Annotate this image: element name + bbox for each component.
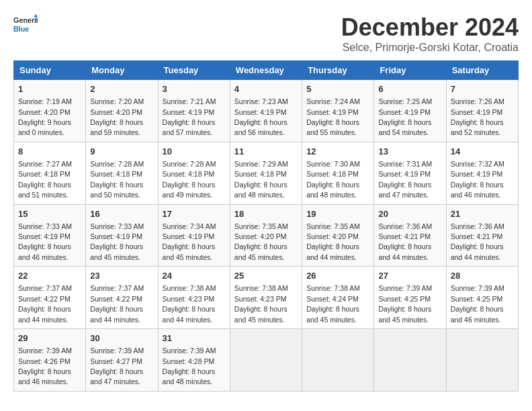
day-info: Sunrise: 7:38 AM Sunset: 4:23 PM Dayligh… <box>163 284 216 323</box>
day-info: Sunrise: 7:28 AM Sunset: 4:18 PM Dayligh… <box>163 160 216 199</box>
table-row: 28Sunrise: 7:39 AM Sunset: 4:25 PM Dayli… <box>446 267 518 329</box>
table-row: 2Sunrise: 7:20 AM Sunset: 4:20 PM Daylig… <box>86 80 158 142</box>
svg-marker-2 <box>34 14 38 17</box>
day-info: Sunrise: 7:34 AM Sunset: 4:19 PM Dayligh… <box>163 222 216 261</box>
svg-text:Blue: Blue <box>13 25 29 33</box>
day-info: Sunrise: 7:39 AM Sunset: 4:28 PM Dayligh… <box>163 347 216 385</box>
table-row <box>230 329 302 392</box>
table-row: 13Sunrise: 7:31 AM Sunset: 4:19 PM Dayli… <box>374 142 446 204</box>
table-row: 24Sunrise: 7:38 AM Sunset: 4:23 PM Dayli… <box>158 267 230 329</box>
logo: General Blue <box>13 13 38 38</box>
day-number: 19 <box>306 208 369 220</box>
day-info: Sunrise: 7:39 AM Sunset: 4:25 PM Dayligh… <box>451 284 504 323</box>
col-tuesday: Tuesday <box>158 61 230 80</box>
day-number: 8 <box>18 146 81 158</box>
table-row: 22Sunrise: 7:37 AM Sunset: 4:22 PM Dayli… <box>14 267 86 329</box>
title-block: December 2024 Selce, Primorje-Gorski Kot… <box>341 13 519 54</box>
col-sunday: Sunday <box>14 61 86 80</box>
day-number: 23 <box>90 270 153 282</box>
day-number: 25 <box>234 270 298 282</box>
col-saturday: Saturday <box>446 61 518 80</box>
day-number: 7 <box>451 83 514 95</box>
table-row: 21Sunrise: 7:36 AM Sunset: 4:21 PM Dayli… <box>446 204 518 267</box>
day-info: Sunrise: 7:30 AM Sunset: 4:18 PM Dayligh… <box>306 160 360 199</box>
day-number: 22 <box>18 270 81 282</box>
day-info: Sunrise: 7:33 AM Sunset: 4:19 PM Dayligh… <box>90 222 144 261</box>
day-info: Sunrise: 7:39 AM Sunset: 4:25 PM Dayligh… <box>378 284 432 323</box>
table-row: 27Sunrise: 7:39 AM Sunset: 4:25 PM Dayli… <box>374 267 446 329</box>
day-info: Sunrise: 7:36 AM Sunset: 4:21 PM Dayligh… <box>451 222 504 261</box>
day-number: 3 <box>163 83 226 95</box>
day-number: 12 <box>306 146 369 158</box>
day-info: Sunrise: 7:19 AM Sunset: 4:20 PM Dayligh… <box>18 97 72 136</box>
page-title: December 2024 <box>341 13 519 42</box>
day-number: 29 <box>18 332 81 345</box>
day-info: Sunrise: 7:35 AM Sunset: 4:20 PM Dayligh… <box>234 222 288 261</box>
day-info: Sunrise: 7:28 AM Sunset: 4:18 PM Dayligh… <box>90 160 144 199</box>
day-number: 18 <box>234 208 298 220</box>
day-number: 20 <box>378 208 441 220</box>
day-number: 31 <box>163 332 226 345</box>
day-info: Sunrise: 7:35 AM Sunset: 4:20 PM Dayligh… <box>306 222 360 261</box>
day-number: 26 <box>306 270 369 282</box>
table-row: 12Sunrise: 7:30 AM Sunset: 4:18 PM Dayli… <box>302 142 374 204</box>
day-number: 11 <box>234 146 298 158</box>
table-row: 7Sunrise: 7:26 AM Sunset: 4:19 PM Daylig… <box>446 80 518 142</box>
day-number: 6 <box>378 83 441 95</box>
day-info: Sunrise: 7:36 AM Sunset: 4:21 PM Dayligh… <box>378 222 432 261</box>
table-row: 30Sunrise: 7:39 AM Sunset: 4:27 PM Dayli… <box>86 329 158 392</box>
calendar-table: Sunday Monday Tuesday Wednesday Thursday… <box>13 60 519 392</box>
col-friday: Friday <box>374 61 446 80</box>
day-info: Sunrise: 7:37 AM Sunset: 4:22 PM Dayligh… <box>18 284 72 323</box>
logo-icon: General Blue <box>13 13 38 38</box>
day-number: 9 <box>90 146 153 158</box>
table-row: 11Sunrise: 7:29 AM Sunset: 4:18 PM Dayli… <box>230 142 302 204</box>
table-row: 9Sunrise: 7:28 AM Sunset: 4:18 PM Daylig… <box>86 142 158 204</box>
day-number: 2 <box>90 83 153 95</box>
day-number: 24 <box>163 270 226 282</box>
day-info: Sunrise: 7:39 AM Sunset: 4:27 PM Dayligh… <box>90 347 144 385</box>
day-number: 13 <box>378 146 441 158</box>
table-row: 4Sunrise: 7:23 AM Sunset: 4:19 PM Daylig… <box>230 80 302 142</box>
day-info: Sunrise: 7:38 AM Sunset: 4:24 PM Dayligh… <box>306 284 360 323</box>
calendar-week-row: 15Sunrise: 7:33 AM Sunset: 4:19 PM Dayli… <box>14 204 519 267</box>
calendar-week-row: 29Sunrise: 7:39 AM Sunset: 4:26 PM Dayli… <box>14 329 519 392</box>
day-number: 28 <box>451 270 514 282</box>
day-info: Sunrise: 7:38 AM Sunset: 4:23 PM Dayligh… <box>234 284 288 323</box>
day-info: Sunrise: 7:33 AM Sunset: 4:19 PM Dayligh… <box>18 222 72 261</box>
table-row: 19Sunrise: 7:35 AM Sunset: 4:20 PM Dayli… <box>302 204 374 267</box>
table-row: 20Sunrise: 7:36 AM Sunset: 4:21 PM Dayli… <box>374 204 446 267</box>
table-row: 3Sunrise: 7:21 AM Sunset: 4:19 PM Daylig… <box>158 80 230 142</box>
col-thursday: Thursday <box>302 61 374 80</box>
day-info: Sunrise: 7:24 AM Sunset: 4:19 PM Dayligh… <box>306 97 360 136</box>
day-number: 21 <box>451 208 514 220</box>
table-row: 1Sunrise: 7:19 AM Sunset: 4:20 PM Daylig… <box>14 80 86 142</box>
table-row: 14Sunrise: 7:32 AM Sunset: 4:19 PM Dayli… <box>446 142 518 204</box>
day-info: Sunrise: 7:21 AM Sunset: 4:19 PM Dayligh… <box>163 97 216 136</box>
day-number: 10 <box>163 146 226 158</box>
calendar-header-row: Sunday Monday Tuesday Wednesday Thursday… <box>14 61 519 80</box>
day-number: 4 <box>234 83 298 95</box>
day-number: 17 <box>163 208 226 220</box>
table-row: 10Sunrise: 7:28 AM Sunset: 4:18 PM Dayli… <box>158 142 230 204</box>
col-monday: Monday <box>86 61 158 80</box>
table-row: 31Sunrise: 7:39 AM Sunset: 4:28 PM Dayli… <box>158 329 230 392</box>
table-row: 25Sunrise: 7:38 AM Sunset: 4:23 PM Dayli… <box>230 267 302 329</box>
table-row: 16Sunrise: 7:33 AM Sunset: 4:19 PM Dayli… <box>86 204 158 267</box>
page-header: General Blue December 2024 Selce, Primor… <box>13 13 519 54</box>
table-row: 6Sunrise: 7:25 AM Sunset: 4:19 PM Daylig… <box>374 80 446 142</box>
table-row <box>302 329 374 392</box>
day-info: Sunrise: 7:37 AM Sunset: 4:22 PM Dayligh… <box>90 284 144 323</box>
day-info: Sunrise: 7:23 AM Sunset: 4:19 PM Dayligh… <box>234 97 288 136</box>
day-number: 16 <box>90 208 153 220</box>
table-row: 17Sunrise: 7:34 AM Sunset: 4:19 PM Dayli… <box>158 204 230 267</box>
day-number: 14 <box>451 146 514 158</box>
day-info: Sunrise: 7:32 AM Sunset: 4:19 PM Dayligh… <box>451 160 504 199</box>
day-info: Sunrise: 7:20 AM Sunset: 4:20 PM Dayligh… <box>90 97 144 136</box>
table-row: 29Sunrise: 7:39 AM Sunset: 4:26 PM Dayli… <box>14 329 86 392</box>
calendar-week-row: 1Sunrise: 7:19 AM Sunset: 4:20 PM Daylig… <box>14 80 519 142</box>
table-row: 5Sunrise: 7:24 AM Sunset: 4:19 PM Daylig… <box>302 80 374 142</box>
table-row: 8Sunrise: 7:27 AM Sunset: 4:18 PM Daylig… <box>14 142 86 204</box>
table-row: 23Sunrise: 7:37 AM Sunset: 4:22 PM Dayli… <box>86 267 158 329</box>
day-number: 30 <box>90 332 153 345</box>
